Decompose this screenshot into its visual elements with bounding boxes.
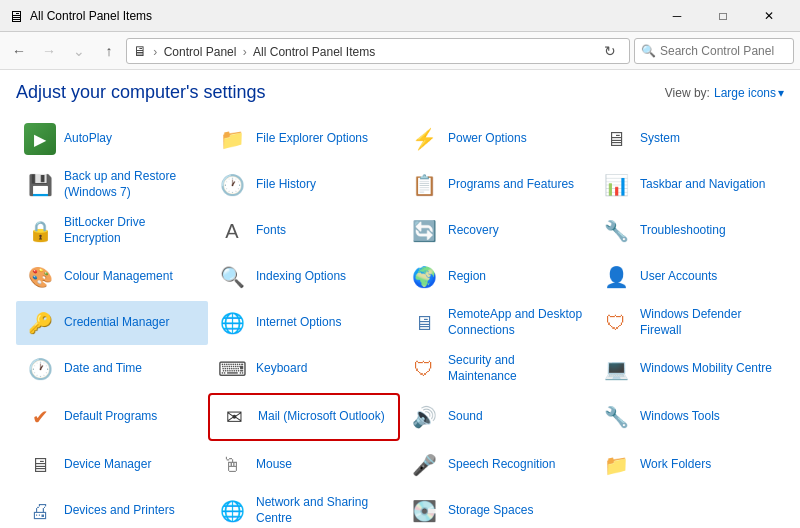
grid-item-windows-def[interactable]: 🛡Windows Defender Firewall [592,301,784,345]
user-icon: 👤 [600,261,632,293]
mail-icon: ✉ [218,401,250,433]
default-icon: ✔ [24,401,56,433]
bitlocker-label: BitLocker Drive Encryption [64,215,200,246]
troubleshoot-icon: 🔧 [600,215,632,247]
down-button[interactable]: ⌄ [66,38,92,64]
backup-label: Back up and Restore (Windows 7) [64,169,200,200]
grid-item-mouse[interactable]: 🖱Mouse [208,443,400,487]
mouse-label: Mouse [256,457,292,473]
autoplay-label: AutoPlay [64,131,112,147]
grid-item-troubleshoot[interactable]: 🔧Troubleshooting [592,209,784,253]
grid-item-credential[interactable]: 🔑Credential Manager [16,301,208,345]
grid-item-internet[interactable]: 🌐Internet Options [208,301,400,345]
recovery-icon: 🔄 [408,215,440,247]
grid-item-device-mgr[interactable]: 🖥Device Manager [16,443,208,487]
grid-item-mail[interactable]: ✉Mail (Microsoft Outlook) [208,393,400,441]
grid-item-security[interactable]: 🛡Security and Maintenance [400,347,592,391]
search-box[interactable]: 🔍 [634,38,794,64]
page-title: Adjust your computer's settings [16,82,266,103]
windows-def-label: Windows Defender Firewall [640,307,776,338]
main-header: Adjust your computer's settings View by:… [16,82,784,103]
user-label: User Accounts [640,269,717,285]
region-label: Region [448,269,486,285]
windows-mob-label: Windows Mobility Centre [640,361,772,377]
power-label: Power Options [448,131,527,147]
viewby-link[interactable]: Large icons ▾ [714,86,784,100]
remote-label: RemoteApp and Desktop Connections [448,307,584,338]
refresh-button[interactable]: ↻ [597,38,623,64]
grid-item-fonts[interactable]: AFonts [208,209,400,253]
windows-tools-icon: 🔧 [600,401,632,433]
fonts-icon: A [216,215,248,247]
titlebar: 🖥 All Control Panel Items ─ □ ✕ [0,0,800,32]
device-mgr-label: Device Manager [64,457,151,473]
grid-item-file-history[interactable]: 🕐File History [208,163,400,207]
network-label: Network and Sharing Centre [256,495,392,526]
internet-label: Internet Options [256,315,341,331]
devices-label: Devices and Printers [64,503,175,519]
grid-item-sound[interactable]: 🔊Sound [400,393,592,441]
up-button[interactable]: ↑ [96,38,122,64]
keyboard-icon: ⌨ [216,353,248,385]
sound-icon: 🔊 [408,401,440,433]
indexing-label: Indexing Options [256,269,346,285]
grid-item-datetime[interactable]: 🕐Date and Time [16,347,208,391]
grid-item-devices[interactable]: 🖨Devices and Printers [16,489,208,528]
grid-item-programs[interactable]: 📋Programs and Features [400,163,592,207]
windows-def-icon: 🛡 [600,307,632,339]
app-icon: 🖥 [8,8,24,24]
forward-button[interactable]: → [36,38,62,64]
titlebar-title: All Control Panel Items [30,9,152,23]
grid-item-windows-tools[interactable]: 🔧Windows Tools [592,393,784,441]
file-history-icon: 🕐 [216,169,248,201]
address-box[interactable]: 🖥 › Control Panel › All Control Panel It… [126,38,630,64]
grid-item-work[interactable]: 📁Work Folders [592,443,784,487]
security-label: Security and Maintenance [448,353,584,384]
grid-item-windows-mob[interactable]: 💻Windows Mobility Centre [592,347,784,391]
indexing-icon: 🔍 [216,261,248,293]
bitlocker-icon: 🔒 [24,215,56,247]
grid-item-keyboard[interactable]: ⌨Keyboard [208,347,400,391]
grid-item-bitlocker[interactable]: 🔒BitLocker Drive Encryption [16,209,208,253]
maximize-button[interactable]: □ [700,0,746,32]
grid-item-backup[interactable]: 💾Back up and Restore (Windows 7) [16,163,208,207]
grid-item-indexing[interactable]: 🔍Indexing Options [208,255,400,299]
grid-item-taskbar[interactable]: 📊Taskbar and Navigation [592,163,784,207]
chevron-down-icon: ▾ [778,86,784,100]
devices-icon: 🖨 [24,495,56,527]
speech-icon: 🎤 [408,449,440,481]
autoplay-icon: ▶ [24,123,56,155]
taskbar-label: Taskbar and Navigation [640,177,765,193]
grid-item-file-explorer[interactable]: 📁File Explorer Options [208,117,400,161]
datetime-label: Date and Time [64,361,142,377]
titlebar-left: 🖥 All Control Panel Items [8,8,152,24]
grid-item-storage[interactable]: 💽Storage Spaces [400,489,592,528]
grid-item-user[interactable]: 👤User Accounts [592,255,784,299]
grid-item-colour[interactable]: 🎨Colour Management [16,255,208,299]
close-button[interactable]: ✕ [746,0,792,32]
speech-label: Speech Recognition [448,457,555,473]
programs-label: Programs and Features [448,177,574,193]
system-label: System [640,131,680,147]
internet-icon: 🌐 [216,307,248,339]
grid-item-system[interactable]: 🖥System [592,117,784,161]
windows-mob-icon: 💻 [600,353,632,385]
grid-item-network[interactable]: 🌐Network and Sharing Centre [208,489,400,528]
grid-item-power[interactable]: ⚡Power Options [400,117,592,161]
main-content: Adjust your computer's settings View by:… [0,70,800,528]
grid-item-recovery[interactable]: 🔄Recovery [400,209,592,253]
grid-item-default[interactable]: ✔Default Programs [16,393,208,441]
troubleshoot-label: Troubleshooting [640,223,726,239]
grid-item-region[interactable]: 🌍Region [400,255,592,299]
power-icon: ⚡ [408,123,440,155]
grid-item-remote[interactable]: 🖥RemoteApp and Desktop Connections [400,301,592,345]
grid-item-speech[interactable]: 🎤Speech Recognition [400,443,592,487]
minimize-button[interactable]: ─ [654,0,700,32]
search-input[interactable] [660,44,787,58]
device-mgr-icon: 🖥 [24,449,56,481]
storage-label: Storage Spaces [448,503,533,519]
grid-item-autoplay[interactable]: ▶AutoPlay [16,117,208,161]
security-icon: 🛡 [408,353,440,385]
back-button[interactable]: ← [6,38,32,64]
viewby-label: View by: [665,86,710,100]
